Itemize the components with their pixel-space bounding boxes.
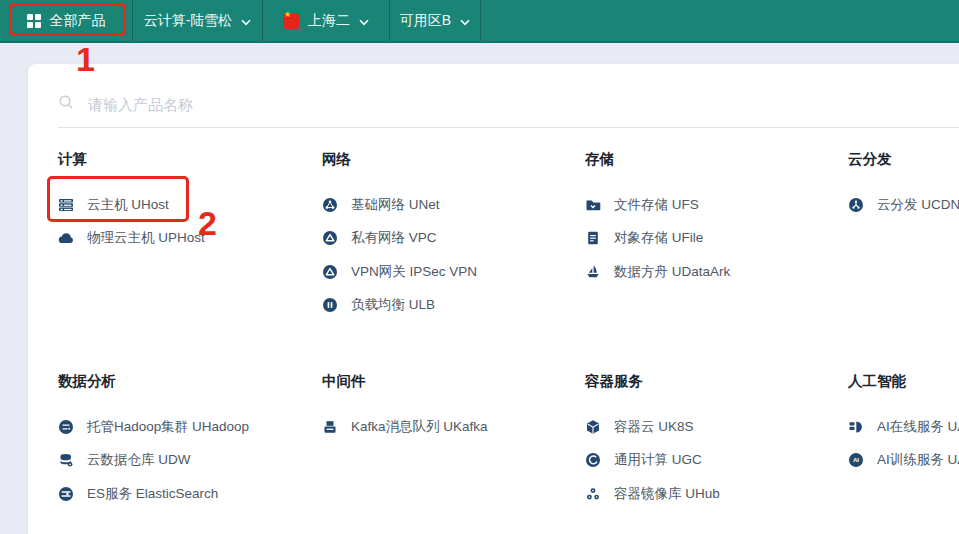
all-products-panel: 计算 云主机 UHost 物理云主机 UPHost 网络 <box>28 64 959 534</box>
product-search-row <box>58 82 959 128</box>
product-item-label: 云分发 UCDN <box>877 196 959 214</box>
vpn-icon <box>322 264 338 280</box>
section-storage: 存储 文件存储 UFS 对象存储 UFile <box>585 150 835 289</box>
chevron-down-icon <box>241 13 251 29</box>
section-network: 网络 基础网络 UNet 私有网络 VPC <box>322 150 572 322</box>
svg-text:AI: AI <box>853 457 859 464</box>
product-item-label: 容器云 UK8S <box>614 418 694 436</box>
nav-all-products[interactable]: 全部产品 <box>0 0 133 41</box>
product-item-unet[interactable]: 基础网络 UNet <box>322 188 572 222</box>
product-item-label: 数据方舟 UDataArk <box>614 263 730 281</box>
product-item-label: 私有网络 VPC <box>351 229 437 247</box>
nav-zone-label: 可用区B <box>400 12 451 30</box>
nav-all-products-label: 全部产品 <box>50 12 106 30</box>
top-navigation-bar: 全部产品 云计算-陆雪松 ★ 上海二 可用区B <box>0 0 959 43</box>
folder-icon <box>585 197 601 213</box>
product-item-ufile[interactable]: 对象存储 UFile <box>585 222 835 256</box>
chevron-down-icon <box>460 13 470 29</box>
product-item-elasticsearch[interactable]: ES服务 ElasticSearch <box>58 477 308 511</box>
product-item-ipsec-vpn[interactable]: VPN网关 IPSec VPN <box>322 255 572 289</box>
product-item-label: 物理云主机 UPHost <box>87 229 205 247</box>
section-ai: 人工智能 AI在线服务 UAI AI AI训练服务 UAI <box>848 372 959 477</box>
ai-online-icon <box>848 419 864 435</box>
product-item-udw[interactable]: 云数据仓库 UDW <box>58 444 308 478</box>
product-item-ufs[interactable]: 文件存储 UFS <box>585 188 835 222</box>
elastic-icon <box>58 486 74 502</box>
product-item-uai-inference[interactable]: AI在线服务 UAI <box>848 410 959 444</box>
section-title: 云分发 <box>848 150 959 168</box>
product-item-uhost[interactable]: 云主机 UHost <box>58 188 308 222</box>
section-compute: 计算 云主机 UHost 物理云主机 UPHost <box>58 150 308 255</box>
product-item-label: 容器镜像库 UHub <box>614 485 720 503</box>
product-item-label: 托管Hadoop集群 UHadoop <box>87 418 249 436</box>
product-item-ulb[interactable]: 负载均衡 ULB <box>322 289 572 323</box>
product-item-label: AI训练服务 UAI <box>877 451 959 469</box>
product-item-vpc[interactable]: 私有网络 VPC <box>322 222 572 256</box>
search-icon <box>58 94 75 115</box>
boat-icon <box>585 264 601 280</box>
section-data-analysis: 数据分析 托管Hadoop集群 UHadoop 云数据仓库 UDW <box>58 372 308 511</box>
cloud-icon <box>58 230 74 246</box>
balancer-icon <box>322 297 338 313</box>
hadoop-icon <box>58 419 74 435</box>
section-title: 数据分析 <box>58 372 308 390</box>
nav-zone-dropdown[interactable]: 可用区B <box>390 0 481 41</box>
nav-region-label: 上海二 <box>308 12 350 30</box>
product-item-label: ES服务 ElasticSearch <box>87 485 218 503</box>
product-item-label: 基础网络 UNet <box>351 196 440 214</box>
product-item-uk8s[interactable]: 容器云 UK8S <box>585 410 835 444</box>
console-screen: 全部产品 云计算-陆雪松 ★ 上海二 可用区B <box>0 0 959 534</box>
section-title: 计算 <box>58 150 308 168</box>
database-icon <box>58 452 74 468</box>
section-middleware: 中间件 Kafka消息队列 UKafka <box>322 372 572 444</box>
hexagon-icon <box>585 419 601 435</box>
product-item-uphost[interactable]: 物理云主机 UPHost <box>58 222 308 256</box>
product-item-ukafka[interactable]: Kafka消息队列 UKafka <box>322 410 572 444</box>
grid-icon <box>27 14 41 28</box>
nav-account-label: 云计算-陆雪松 <box>144 12 233 30</box>
product-item-label: 通用计算 UGC <box>614 451 702 469</box>
section-cdn: 云分发 云分发 UCDN <box>848 150 959 222</box>
product-item-uai-train[interactable]: AI AI训练服务 UAI <box>848 444 959 478</box>
product-item-label: Kafka消息队列 UKafka <box>351 418 488 436</box>
product-search-input[interactable] <box>88 96 959 113</box>
document-icon <box>585 230 601 246</box>
product-item-uhadoop[interactable]: 托管Hadoop集群 UHadoop <box>58 410 308 444</box>
product-item-ugc[interactable]: 通用计算 UGC <box>585 444 835 478</box>
nav-account-dropdown[interactable]: 云计算-陆雪松 <box>133 0 263 41</box>
product-item-label: AI在线服务 UAI <box>877 418 959 436</box>
china-flag-icon: ★ <box>283 13 299 29</box>
product-item-label: 云数据仓库 UDW <box>87 451 191 469</box>
section-title: 中间件 <box>322 372 572 390</box>
network-icon <box>322 197 338 213</box>
product-item-label: VPN网关 IPSec VPN <box>351 263 477 281</box>
server-icon <box>58 197 74 213</box>
product-item-label: 云主机 UHost <box>87 196 169 214</box>
nav-region-dropdown[interactable]: ★ 上海二 <box>263 0 390 41</box>
section-container: 容器服务 容器云 UK8S 通用计算 UGC <box>585 372 835 511</box>
section-title: 人工智能 <box>848 372 959 390</box>
section-title: 存储 <box>585 150 835 168</box>
product-item-label: 负载均衡 ULB <box>351 296 435 314</box>
product-item-uhub[interactable]: 容器镜像库 UHub <box>585 477 835 511</box>
product-item-udataark[interactable]: 数据方舟 UDataArk <box>585 255 835 289</box>
compute-icon <box>585 452 601 468</box>
cdn-icon <box>848 197 864 213</box>
tray-icon <box>322 419 338 435</box>
ai-train-icon: AI <box>848 452 864 468</box>
product-item-label: 文件存储 UFS <box>614 196 699 214</box>
vpc-icon <box>322 230 338 246</box>
product-item-ucdn[interactable]: 云分发 UCDN <box>848 188 959 222</box>
section-title: 网络 <box>322 150 572 168</box>
chevron-down-icon <box>359 13 369 29</box>
section-title: 容器服务 <box>585 372 835 390</box>
product-item-label: 对象存储 UFile <box>614 229 703 247</box>
cluster-icon <box>585 486 601 502</box>
